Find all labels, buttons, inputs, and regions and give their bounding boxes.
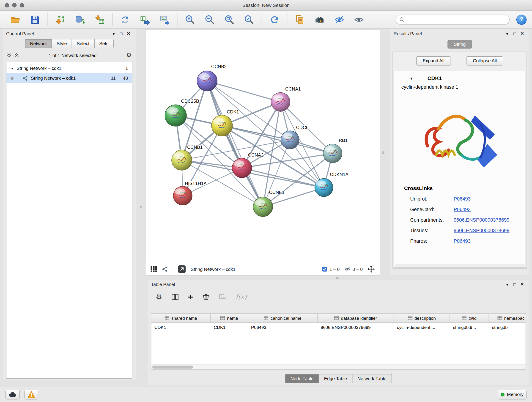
panel-menu-icon[interactable]: ▾ [504,31,511,36]
cell-canonical-name: P06493 [248,325,318,330]
crosslink-genecard-link[interactable]: P06493 [454,206,471,212]
add-column-icon[interactable]: + [188,294,193,300]
crosslink-label: Pharos: [410,238,454,244]
tab-network-table[interactable]: Network Table [352,374,392,383]
bottom-splitter-handle[interactable] [336,277,339,279]
network-node-cdk1[interactable]: CDK1 [211,109,239,136]
help-button[interactable]: ? [516,15,526,25]
network-node-ccne1[interactable]: CCNE1 [253,190,285,217]
network-collection-row[interactable]: ▼ String Network – cdk1 1 [6,64,132,73]
string-results-box: Expand All Collapse All ▼ CDK1 cyclin-de… [393,51,527,269]
column-header[interactable]: @id [450,313,489,322]
network-node-ccnb2[interactable]: CCNB2 [197,64,227,91]
network-edge[interactable] [242,168,324,188]
pan-crosshair-icon[interactable] [367,265,375,273]
collapse-all-icon[interactable] [7,53,12,58]
hide-graphics-eye-slash-icon[interactable] [333,13,345,26]
expand-all-icon[interactable] [14,53,19,58]
tab-string[interactable]: String [448,40,472,49]
tree-expanded-icon[interactable]: ▼ [11,66,14,70]
collapse-all-button[interactable]: Collapse All [467,56,503,65]
crosslink-pharos-link[interactable]: P06493 [454,238,471,244]
network-canvas[interactable]: CCNB2CCNA1CDC25BCDK1CDC6RB1CCNB1CCNA2CDK… [146,30,380,263]
detach-view-icon[interactable] [178,265,186,274]
tab-select[interactable]: Select [72,39,95,48]
column-header[interactable]: description [394,313,450,322]
search-box[interactable] [396,15,510,25]
panel-menu-icon[interactable]: ▾ [504,282,511,287]
panel-float-icon[interactable]: □ [117,31,125,36]
zoom-selected-icon[interactable] [243,13,255,26]
left-splitter-handle[interactable] [140,206,142,208]
column-header[interactable]: canonical name [248,313,318,322]
network-node-cdc6[interactable]: CDC6 [281,125,309,149]
save-session-icon[interactable] [29,13,41,26]
window-minimize-button[interactable] [12,3,17,7]
panel-close-icon[interactable]: × [519,281,526,288]
table-horizontal-scrollbar[interactable] [151,364,525,369]
panel-float-icon[interactable]: □ [511,31,519,36]
tab-style[interactable]: Style [52,39,72,48]
network-node-ccna1[interactable]: CCNA1 [271,86,301,112]
column-header[interactable]: namespac [489,313,526,322]
node-label: CDK1 [227,109,239,114]
crosslink-tissues-link[interactable]: 9606.ENSP00000378699 [454,228,510,233]
zoom-fit-icon[interactable] [223,13,235,26]
memory-button[interactable]: Memory [498,390,527,400]
zoom-out-icon[interactable] [204,13,216,26]
import-network-file-icon[interactable] [54,13,66,26]
panel-float-icon[interactable]: □ [511,282,519,287]
column-header[interactable]: database identifier [317,313,394,322]
network-edge[interactable] [207,81,263,207]
string-view-icon[interactable] [162,266,168,272]
show-columns-icon[interactable] [171,293,179,301]
window-close-button[interactable] [5,3,9,7]
crosslink-uniprot-link[interactable]: P06493 [454,196,471,201]
scrollbar-thumb[interactable] [152,366,193,369]
home-icon[interactable] [313,13,326,26]
window-zoom-button[interactable] [20,3,24,7]
new-network-icon[interactable] [119,13,131,26]
panel-close-icon[interactable]: × [519,31,526,37]
panel-close-icon[interactable]: × [125,31,133,37]
import-table-icon[interactable] [94,13,106,26]
tab-node-table[interactable]: Node Table [285,374,319,383]
selected-checkbox-icon[interactable] [322,266,327,272]
search-input[interactable] [407,17,506,22]
section-collapse-icon[interactable]: ▼ [409,76,413,80]
network-options-gear-icon[interactable]: ⚙ [126,51,132,59]
network-node-rb1[interactable]: RB1 [323,138,348,163]
warnings-button[interactable] [25,390,38,400]
control-panel: Control Panel ▾ □ × Network Style Select… [3,29,136,380]
network-from-table-icon[interactable] [139,13,151,26]
right-splitter-handle[interactable] [382,151,384,153]
card-scrollbar[interactable] [394,264,525,267]
tab-network[interactable]: Network [25,39,52,48]
column-header[interactable]: shared name [151,313,210,322]
column-header[interactable]: name [211,313,248,322]
copy-document-icon[interactable] [294,13,306,26]
apply-layout-icon[interactable] [268,13,280,26]
hidden-eye-slash-icon[interactable] [344,266,351,272]
open-session-icon[interactable] [9,13,21,26]
network-node-hist1h1a[interactable]: HIST1H1A [173,181,207,205]
zoom-in-icon[interactable] [184,13,196,26]
node-label: CCNA1 [285,86,301,91]
expand-all-button[interactable]: Expand All [416,56,451,65]
tab-sets[interactable]: Sets [94,39,114,48]
table-options-gear-icon[interactable]: ⚙ [156,293,162,301]
crosslink-compartments-link[interactable]: 9606.ENSP00000378699 [454,217,510,223]
grid-mode-icon[interactable] [150,266,157,273]
table-row[interactable]: CDK1 CDK1 P06493 9606.ENSP00000378699 cy… [151,323,525,332]
network-row[interactable]: String Network – cdk1 11 48 [6,73,132,83]
panel-menu-icon[interactable]: ▾ [110,31,118,36]
delete-column-trash-icon[interactable] [202,293,210,301]
export-image-icon[interactable] [158,13,171,26]
cell-id: stringdb:9... [450,325,489,330]
function-builder-icon[interactable]: f(x) [235,293,247,301]
import-network-database-icon[interactable] [74,13,86,26]
show-graphics-eye-icon[interactable] [353,13,365,26]
network-node-cdkn1a[interactable]: CDKN1A [315,172,349,197]
tab-edge-table[interactable]: Edge Table [319,374,352,383]
cloud-button[interactable] [6,390,20,400]
